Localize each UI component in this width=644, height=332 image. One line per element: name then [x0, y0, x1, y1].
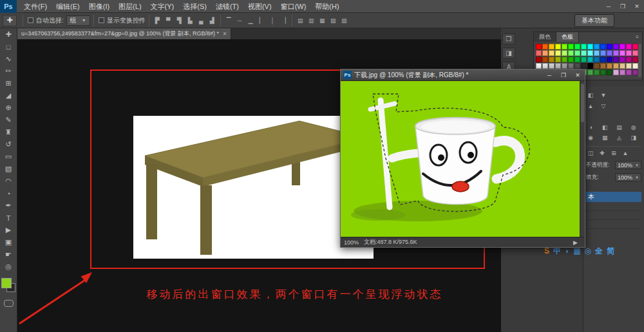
color-swatch[interactable] — [555, 63, 561, 69]
color-swatch[interactable] — [626, 63, 632, 69]
color-swatch[interactable] — [613, 44, 619, 50]
opacity-dropdown[interactable]: 100% ▼ — [615, 161, 641, 169]
color-swatch[interactable] — [536, 57, 542, 62]
vector-mask-icon[interactable]: ▽ — [599, 102, 608, 110]
menu-item[interactable]: 帮助(H) — [310, 0, 343, 13]
color-swatch[interactable] — [542, 50, 548, 56]
color-swatch[interactable] — [607, 63, 612, 69]
color-swatch[interactable] — [587, 63, 593, 69]
layer-row[interactable] — [586, 211, 641, 220]
status-arrow-icon[interactable]: ▶ — [573, 239, 578, 246]
color-swatch[interactable] — [581, 57, 587, 62]
scrollbar-thumb[interactable] — [581, 84, 584, 122]
menu-item[interactable]: 图层(L) — [114, 0, 146, 13]
color-swatch[interactable] — [594, 50, 600, 56]
color-swatch[interactable] — [600, 69, 606, 75]
color-swatch[interactable] — [607, 57, 612, 62]
color-swatch[interactable] — [620, 57, 625, 62]
distribute-horizontal-centers-icon[interactable]: │ — [268, 15, 278, 25]
color-swatch[interactable] — [574, 44, 580, 50]
pixel-mask-icon[interactable]: ▲ — [586, 102, 595, 110]
color-swatch[interactable] — [607, 50, 612, 56]
hand-tool[interactable]: ☛ — [0, 248, 17, 261]
floating-document-window[interactable]: Ps 下载.jpg @ 100% (背景 副本, RGB/8#) * ─❐✕ — [340, 69, 585, 248]
path-selection-tool[interactable]: ▶ — [0, 224, 17, 236]
horizontal-type-tool[interactable]: T — [0, 212, 17, 224]
color-swatch[interactable] — [562, 57, 567, 62]
sogou-logo-icon[interactable]: S — [544, 246, 549, 255]
auto-select-checkbox[interactable] — [28, 17, 33, 23]
foreground-color-swatch[interactable] — [1, 278, 12, 288]
color-swatch[interactable] — [549, 63, 554, 69]
lock-position-icon[interactable]: ⊞ — [609, 149, 618, 157]
color-swatch[interactable] — [613, 57, 619, 62]
tab-color[interactable]: 颜色 — [534, 32, 556, 42]
color-swatch[interactable] — [600, 63, 606, 69]
dodge-tool[interactable]: ◔ — [0, 187, 17, 199]
color-swatch[interactable] — [555, 50, 561, 56]
color-swatch[interactable] — [600, 44, 606, 50]
align-horizontal-centers-icon[interactable]: ▀ — [164, 15, 173, 25]
color-swatch[interactable] — [568, 44, 574, 50]
eraser-tool[interactable]: ▭ — [0, 151, 17, 163]
distribute-top-edges-icon[interactable]: ▔ — [224, 15, 234, 25]
3d-scale-icon[interactable]: ▨ — [339, 15, 349, 25]
float-restore-button[interactable]: ❐ — [556, 69, 571, 81]
lock-all-icon[interactable]: ▲ — [621, 149, 630, 157]
ime-chinese-mode-icon[interactable]: 中 — [553, 246, 561, 255]
color-swatch[interactable] — [632, 69, 638, 75]
vertical-scrollbar[interactable] — [580, 81, 585, 237]
color-swatch[interactable] — [536, 44, 542, 50]
color-swatch[interactable] — [581, 50, 587, 56]
color-swatch[interactable] — [600, 50, 606, 56]
document-tab[interactable]: u=3457063756,249583377&fm=27&gp=0.jpg @ … — [17, 28, 231, 39]
lock-transparent-icon[interactable]: ◫ — [586, 149, 595, 157]
auto-align-icon[interactable]: ▤ — [296, 15, 305, 25]
floating-window-titlebar[interactable]: Ps 下载.jpg @ 100% (背景 副本, RGB/8#) * ─❐✕ — [341, 69, 585, 81]
channels-panel-icon[interactable]: ◧ — [586, 91, 595, 99]
color-swatch[interactable] — [549, 44, 554, 50]
workspace-switcher-button[interactable]: 基本功能 — [574, 14, 614, 27]
move-tool[interactable]: ✚ — [0, 28, 17, 41]
align-left-edges-icon[interactable]: ▛ — [153, 15, 162, 25]
color-swatch[interactable] — [587, 50, 593, 56]
history-brush-tool[interactable]: ↺ — [0, 138, 17, 151]
exposure-adjustment-icon[interactable]: ◍ — [629, 123, 638, 131]
color-swatch[interactable] — [632, 44, 638, 50]
menu-item[interactable]: 编辑(E) — [52, 0, 84, 13]
restore-button[interactable]: ❐ — [616, 0, 630, 13]
color-swatch[interactable] — [613, 63, 619, 69]
color-swatch[interactable] — [542, 57, 548, 62]
spot-healing-brush-tool[interactable]: ⊕ — [0, 102, 17, 114]
color-swatch[interactable] — [574, 57, 580, 62]
panel-menu-icon[interactable]: ≡ — [632, 32, 642, 42]
floating-window-canvas[interactable] — [341, 81, 585, 237]
ime-simplified-icon[interactable]: 简 — [607, 246, 614, 255]
menu-item[interactable]: 滤镜(T) — [211, 0, 243, 13]
color-swatch[interactable] — [613, 69, 619, 75]
zoom-tool[interactable]: ◎ — [0, 261, 17, 273]
layer-row[interactable] — [586, 202, 641, 211]
menu-item[interactable]: 视图(V) — [243, 0, 276, 13]
color-swatch[interactable] — [574, 63, 580, 69]
color-swatch[interactable] — [549, 50, 554, 56]
color-swatch[interactable] — [594, 57, 600, 62]
minimize-button[interactable]: ─ — [601, 0, 616, 13]
color-swatch[interactable] — [620, 50, 625, 56]
color-swatch[interactable] — [594, 44, 600, 50]
blur-tool[interactable]: ◠ — [0, 175, 17, 187]
color-swatch[interactable] — [536, 63, 542, 69]
distribute-left-edges-icon[interactable]: ▏ — [257, 15, 267, 25]
ime-settings-icon[interactable]: ◎ — [585, 246, 591, 255]
float-close-button[interactable]: ✕ — [571, 69, 585, 81]
eyedropper-tool[interactable]: ◢ — [0, 89, 17, 102]
pen-tool[interactable]: ✒ — [0, 199, 17, 212]
selected-layer-row[interactable]: 本 — [586, 192, 641, 202]
color-swatch[interactable] — [542, 44, 548, 50]
properties-panel-icon[interactable]: ◨ — [502, 48, 515, 59]
menu-item[interactable]: 窗口(W) — [276, 0, 311, 13]
rectangular-marquee-tool[interactable]: □ — [0, 41, 17, 53]
menu-item[interactable]: 文字(Y) — [146, 0, 179, 13]
crop-tool[interactable]: ⊞ — [0, 77, 17, 89]
color-swatch[interactable] — [626, 50, 632, 56]
